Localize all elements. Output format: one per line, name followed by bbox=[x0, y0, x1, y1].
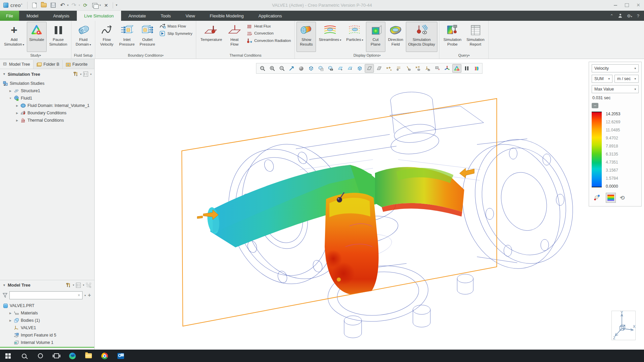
tab-analysis[interactable]: Analysis bbox=[46, 11, 76, 21]
window-swap-button[interactable] bbox=[91, 1, 99, 9]
tree-item-import-feature[interactable]: ▶ Import Feature id 5 bbox=[0, 331, 94, 339]
edge-button[interactable] bbox=[64, 350, 80, 362]
collapse-section-icon[interactable]: ▼ bbox=[3, 72, 6, 76]
clear-filter-icon[interactable]: × bbox=[78, 293, 80, 298]
view-images-icon[interactable] bbox=[326, 64, 335, 73]
tab-tools[interactable]: Tools bbox=[153, 11, 178, 21]
heat-flow-button[interactable]: Heat Flow bbox=[225, 22, 244, 52]
tree-item-thermal-conditions[interactable]: ▶ Thermal Conditions bbox=[0, 117, 94, 124]
datum-display-icon[interactable] bbox=[384, 64, 393, 73]
navigator-tab-folder-browser[interactable]: Folder B bbox=[34, 60, 63, 69]
pattern-tree-icon[interactable] bbox=[86, 283, 92, 288]
expand-icon[interactable]: ▶ bbox=[15, 119, 19, 122]
tree-item-internal-volume[interactable]: ▶ Internal Volume 1 bbox=[0, 339, 94, 346]
convection-radiation-button[interactable]: Convection Radiation bbox=[247, 38, 291, 43]
tab-flexible-modeling[interactable]: Flexible Modeling bbox=[202, 11, 251, 21]
quantity-select[interactable]: Velocity bbox=[592, 64, 639, 72]
group-label-query[interactable]: Query bbox=[439, 52, 488, 59]
tab-applications[interactable]: Applications bbox=[251, 11, 289, 21]
zoom-out-icon[interactable] bbox=[277, 64, 286, 73]
color-bar[interactable] bbox=[592, 112, 602, 187]
tree-item-fluid1[interactable]: ▼ Fluid1 bbox=[0, 95, 94, 102]
particles-button[interactable]: Particles bbox=[344, 22, 365, 52]
start-button[interactable] bbox=[0, 350, 16, 362]
navigator-tab-favorites[interactable]: Favorite bbox=[63, 60, 91, 69]
csys-display-icon[interactable] bbox=[423, 64, 432, 73]
tab-annotate[interactable]: Annotate bbox=[121, 11, 153, 21]
customize-toolbar-dropdown[interactable]: ▼ bbox=[115, 4, 118, 7]
display-style-icon[interactable] bbox=[307, 64, 316, 73]
refit-icon[interactable] bbox=[287, 64, 296, 73]
outlook-button[interactable] bbox=[113, 350, 129, 362]
inlet-pressure-button[interactable]: Inlet Pressure bbox=[117, 22, 137, 52]
tab-file[interactable]: File bbox=[0, 11, 19, 21]
tab-live-simulation[interactable]: Live Simulation bbox=[77, 11, 121, 21]
open-file-button[interactable] bbox=[40, 1, 48, 9]
display-mode-select[interactable]: Max Value bbox=[592, 85, 639, 93]
collapse-legend-button[interactable]: – bbox=[592, 103, 598, 108]
simulate-mini-icon[interactable] bbox=[452, 64, 462, 73]
streamlines-button[interactable]: Streamlines bbox=[316, 22, 343, 52]
tab-view[interactable]: View bbox=[178, 11, 202, 21]
hatch-display-icon[interactable] bbox=[375, 64, 384, 73]
taskbar-search-button[interactable] bbox=[16, 350, 32, 362]
undo-dropdown[interactable]: ▾ bbox=[67, 4, 68, 7]
expand-icon[interactable]: ▶ bbox=[9, 89, 12, 93]
tree-tools-icon[interactable] bbox=[65, 283, 71, 288]
color-scale-button[interactable] bbox=[606, 193, 616, 203]
tree-filters-icon[interactable] bbox=[83, 71, 89, 77]
tree-item-bodies[interactable]: ▶ Bodies (1) bbox=[0, 317, 94, 324]
filter-dropdown[interactable]: ▾ bbox=[85, 294, 86, 297]
cut-plane-toggle-icon[interactable] bbox=[365, 64, 374, 73]
help-icon[interactable]: ? bbox=[637, 14, 639, 18]
units-select[interactable]: m / sec bbox=[614, 75, 639, 83]
shading-toggle-icon[interactable] bbox=[297, 64, 306, 73]
expand-icon[interactable]: ▶ bbox=[15, 112, 19, 115]
plane-display-icon[interactable] bbox=[336, 64, 345, 73]
axis-display-icon[interactable] bbox=[404, 64, 413, 73]
expand-icon[interactable]: ▶ bbox=[15, 104, 19, 107]
plane-annotation-icon[interactable] bbox=[345, 64, 355, 73]
maximize-button[interactable] bbox=[621, 0, 633, 10]
tree-item-structure1[interactable]: ▶ Structure1 bbox=[0, 87, 94, 95]
add-filter-button[interactable]: + bbox=[88, 292, 91, 298]
user-icon[interactable] bbox=[618, 14, 622, 18]
file-explorer-button[interactable] bbox=[80, 350, 97, 362]
cut-plane-button[interactable]: Cut Plane bbox=[366, 22, 385, 52]
add-simulation-button[interactable]: + Add Simulation bbox=[2, 22, 26, 52]
navigator-tab-model-tree[interactable]: Model Tree bbox=[0, 60, 34, 69]
pause-simulation-button[interactable]: Pause Simulation bbox=[47, 22, 70, 52]
simulate-button[interactable]: Simulate bbox=[27, 22, 47, 52]
collapse-section-icon[interactable]: ▼ bbox=[3, 284, 6, 287]
outlet-pressure-button[interactable]: Outlet Pressure bbox=[137, 22, 157, 52]
convection-button[interactable]: Convection bbox=[247, 31, 291, 36]
group-label-boundary-conditions[interactable]: Boundary Conditions bbox=[95, 52, 196, 59]
direction-field-button[interactable]: Direction Field bbox=[386, 22, 406, 52]
save-button[interactable] bbox=[49, 1, 57, 9]
window-swap-dropdown[interactable]: ▾ bbox=[99, 4, 101, 7]
temperature-button[interactable]: Temperature bbox=[198, 22, 224, 52]
tab-model[interactable]: Model bbox=[19, 11, 46, 21]
tree-item-materials[interactable]: ▶ Materials bbox=[0, 309, 94, 317]
regenerate-button[interactable]: ⟳ bbox=[81, 1, 89, 9]
task-view-button[interactable] bbox=[48, 350, 64, 362]
legend-toggle-icon[interactable] bbox=[472, 64, 481, 73]
tree-item-boundary-conditions[interactable]: ▶ Boundary Conditions bbox=[0, 109, 94, 117]
chrome-button[interactable] bbox=[97, 350, 113, 362]
tree-filters-icon[interactable] bbox=[76, 283, 81, 288]
heat-flux-button[interactable]: Heat Flux bbox=[247, 24, 291, 28]
group-label-display-options[interactable]: Display Options bbox=[295, 52, 439, 59]
probe-point[interactable] bbox=[337, 278, 341, 282]
redo-button[interactable]: ↷ bbox=[70, 1, 78, 9]
expand-icon[interactable]: ▶ bbox=[9, 312, 12, 315]
collapse-icon[interactable]: ▼ bbox=[9, 97, 12, 100]
tree-item-valve1-prt[interactable]: VALVE1.PRT bbox=[0, 302, 94, 309]
filter-icon[interactable] bbox=[3, 293, 7, 298]
new-file-button[interactable] bbox=[30, 1, 38, 9]
simulation-objects-display-button[interactable]: Simulation Objects Display bbox=[406, 22, 437, 52]
expand-icon[interactable]: ▶ bbox=[9, 319, 12, 322]
redo-dropdown[interactable]: ▾ bbox=[78, 4, 80, 7]
mass-flow-button[interactable]: Mass Flow bbox=[160, 24, 192, 28]
tree-item-valve1-csys[interactable]: ▶ VALVE1 bbox=[0, 324, 94, 331]
simulation-probe-button[interactable]: Simulation Probe bbox=[441, 22, 464, 52]
